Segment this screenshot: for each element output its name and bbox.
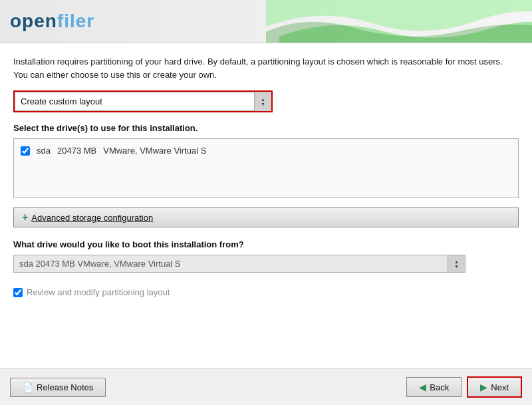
boot-section-label: What drive would you like to boot this i… (13, 239, 519, 249)
release-notes-label: Release Notes (37, 382, 93, 392)
layout-select-row: Create custom layout Use default layout … (13, 90, 519, 112)
intro-line1: Installation requires partitioning of yo… (13, 55, 519, 68)
review-label: Review and modify partitioning layout (27, 287, 170, 297)
header: openfiler (0, 0, 532, 43)
plus-icon: + (22, 211, 28, 223)
boot-drive-select[interactable]: sda 20473 MB VMware, VMware Virtual S (14, 255, 465, 272)
back-label: Back (430, 382, 449, 392)
footer-right: ◀ Back ▶ Next (406, 376, 522, 398)
logo-filer: filer (57, 11, 94, 31)
release-notes-icon: 📄 (23, 382, 33, 392)
next-arrow-icon: ▶ (480, 382, 487, 392)
drive-item: sda 20473 MB VMware, VMware Virtual S (21, 146, 511, 156)
footer-left: 📄 Release Notes (10, 378, 106, 397)
layout-select-wrapper: Create custom layout Use default layout … (13, 90, 273, 112)
drive-name: sda (37, 146, 51, 156)
review-checkbox[interactable] (13, 288, 23, 297)
drive-desc: VMware, VMware Virtual S (103, 146, 206, 156)
drives-section-label: Select the drive(s) to use for this inst… (13, 123, 519, 133)
footer: 📄 Release Notes ◀ Back ▶ Next (0, 368, 532, 405)
advanced-storage-button[interactable]: + Advanced storage configuration (13, 207, 519, 227)
boot-select-wrapper: sda 20473 MB VMware, VMware Virtual S (13, 255, 466, 273)
main-content: Installation requires partitioning of yo… (0, 43, 532, 368)
intro-line2: You can either choose to use this or cre… (13, 68, 519, 82)
next-button[interactable]: ▶ Next (467, 376, 522, 398)
drive-list: sda 20473 MB VMware, VMware Virtual S (13, 138, 519, 198)
boot-section: What drive would you like to boot this i… (13, 239, 519, 273)
intro-text: Installation requires partitioning of yo… (13, 55, 519, 81)
advanced-btn-label: Advanced storage configuration (31, 213, 153, 223)
back-button[interactable]: ◀ Back (406, 377, 462, 397)
logo: openfiler (10, 11, 94, 32)
header-waves (266, 0, 532, 43)
release-notes-button[interactable]: 📄 Release Notes (10, 378, 106, 397)
drive-checkbox-sda[interactable] (21, 146, 30, 156)
back-arrow-icon: ◀ (419, 382, 426, 392)
logo-text: openfiler (10, 11, 94, 32)
layout-select[interactable]: Create custom layout Use default layout … (15, 92, 271, 111)
review-row: Review and modify partitioning layout (13, 287, 519, 297)
waves-svg (266, 0, 532, 43)
drive-size: 20473 MB (57, 146, 96, 156)
logo-open: open (10, 11, 57, 31)
next-label: Next (491, 382, 509, 392)
